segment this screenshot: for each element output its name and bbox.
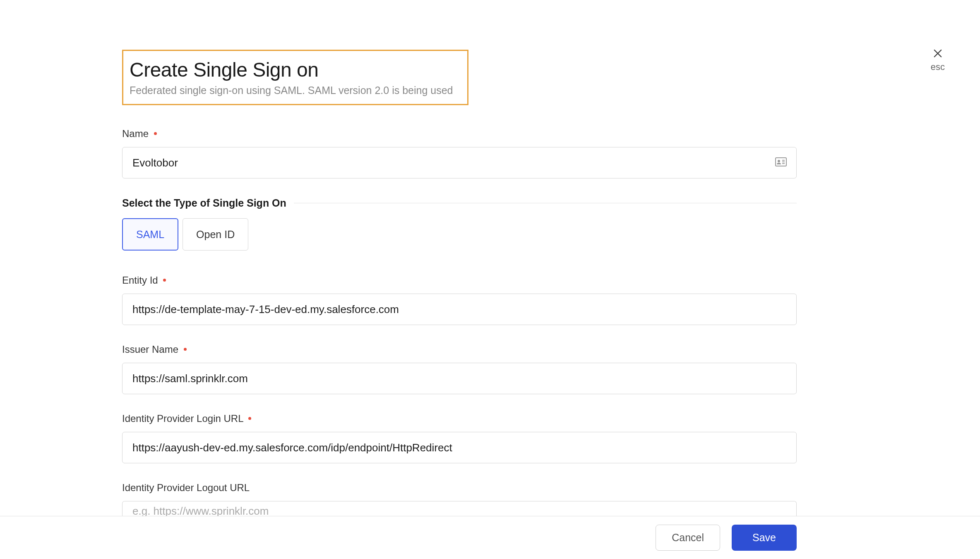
sso-type-openid-button[interactable]: Open ID bbox=[183, 218, 248, 251]
issuer-name-label: Issuer Name bbox=[122, 344, 797, 355]
required-indicator-icon bbox=[248, 417, 251, 420]
required-indicator-icon bbox=[163, 279, 166, 282]
address-card-icon[interactable] bbox=[775, 157, 787, 168]
svg-point-3 bbox=[778, 160, 780, 162]
entity-id-label: Entity Id bbox=[122, 275, 797, 286]
sso-type-saml-button[interactable]: SAML bbox=[122, 218, 178, 251]
close-button[interactable]: esc bbox=[931, 48, 945, 72]
cancel-button[interactable]: Cancel bbox=[656, 525, 720, 551]
save-button[interactable]: Save bbox=[732, 525, 797, 551]
close-label: esc bbox=[931, 62, 945, 72]
issuer-name-label-text: Issuer Name bbox=[122, 344, 178, 355]
entity-id-label-text: Entity Id bbox=[122, 275, 158, 286]
entity-id-input[interactable] bbox=[122, 294, 797, 325]
idp-login-url-label: Identity Provider Login URL bbox=[122, 413, 797, 424]
page-subtitle: Federated single sign-on using SAML. SAM… bbox=[130, 84, 453, 96]
required-indicator-icon bbox=[184, 348, 187, 351]
footer-bar: Cancel Save bbox=[0, 516, 980, 559]
idp-login-url-input[interactable] bbox=[122, 432, 797, 463]
name-label-text: Name bbox=[122, 128, 149, 139]
svg-rect-2 bbox=[776, 158, 786, 166]
page-title: Create Single Sign on bbox=[130, 58, 453, 81]
section-divider bbox=[294, 203, 797, 203]
required-indicator-icon bbox=[154, 132, 157, 135]
name-label: Name bbox=[122, 128, 797, 140]
issuer-name-input[interactable] bbox=[122, 363, 797, 394]
sso-type-section-label: Select the Type of Single Sign On bbox=[122, 197, 286, 209]
idp-login-url-label-text: Identity Provider Login URL bbox=[122, 413, 243, 424]
close-icon bbox=[932, 48, 944, 61]
name-input[interactable] bbox=[122, 147, 797, 178]
sso-type-toggle-group: SAML Open ID bbox=[122, 218, 797, 251]
page-header-highlight: Create Single Sign on Federated single s… bbox=[122, 50, 468, 105]
